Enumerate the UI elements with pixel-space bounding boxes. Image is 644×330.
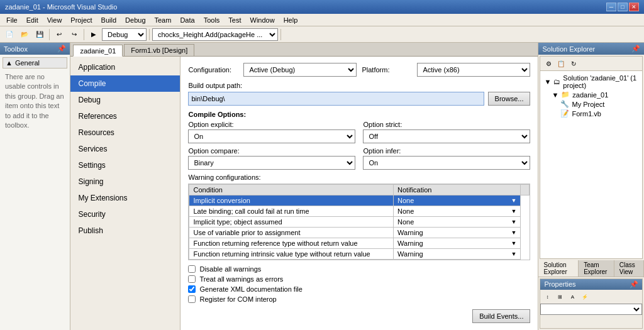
prop-alpha-btn[interactable]: A xyxy=(567,291,578,302)
notification-dropdown-arrow[interactable]: ▼ xyxy=(511,251,517,257)
build-path-input[interactable] xyxy=(188,92,484,106)
se-project-item[interactable]: ▼ 📁 zadanie_01 xyxy=(543,90,640,99)
option-explicit-select[interactable]: OnOff xyxy=(188,129,355,143)
tab-zadanie[interactable]: zadanie_01 xyxy=(73,45,123,57)
se-show-all-btn[interactable]: 📋 xyxy=(555,58,567,69)
minimize-button[interactable]: ─ xyxy=(606,3,616,11)
toolbar-save[interactable]: 💾 xyxy=(33,28,47,41)
se-properties-btn[interactable]: ⚙ xyxy=(543,58,554,69)
checkbox-generate-xml-input[interactable] xyxy=(188,285,196,293)
warning-table-row[interactable]: Late binding; call could fail at run tim… xyxy=(189,206,530,217)
prop-categorize-btn[interactable]: ⊞ xyxy=(554,291,565,302)
toolbar-sep-1 xyxy=(49,29,50,40)
toolbar-start[interactable]: ▶ xyxy=(87,28,101,41)
toolbox-title: Toolbox xyxy=(4,45,28,53)
notification-dropdown-arrow[interactable]: ▼ xyxy=(511,197,517,204)
se-tab-team-explorer[interactable]: Team Explorer xyxy=(579,260,614,277)
se-myproject-item[interactable]: 🔧 My Project xyxy=(543,99,640,109)
nav-references[interactable]: References xyxy=(70,108,180,124)
warning-notification-cell[interactable]: Warning ▼ xyxy=(394,228,521,238)
checkbox-treat-errors-input[interactable] xyxy=(188,275,196,283)
settings-panel: Configuration: Active (Debug) Debug Rele… xyxy=(180,57,538,330)
checkbox-disable-warnings-label: Disable all warnings xyxy=(199,265,261,273)
warning-table-row[interactable]: Implicit type; object assumed None ▼ xyxy=(189,217,530,228)
menu-window[interactable]: Window xyxy=(247,15,279,25)
notification-dropdown-arrow[interactable]: ▼ xyxy=(511,219,517,225)
nav-compile[interactable]: Compile xyxy=(70,75,180,92)
se-solution-item[interactable]: ▼ 🗂 Solution 'zadanie_01' (1 project) xyxy=(543,74,640,90)
menu-debug[interactable]: Debug xyxy=(121,15,149,25)
warning-notification-cell[interactable]: None ▼ xyxy=(394,206,521,217)
warning-notification-cell[interactable]: Warning ▼ xyxy=(394,238,521,249)
menu-project[interactable]: Project xyxy=(67,15,96,25)
nav-security[interactable]: Security xyxy=(70,206,180,223)
menu-view[interactable]: View xyxy=(43,15,66,25)
nav-services[interactable]: Services xyxy=(70,141,180,157)
toolbar-open[interactable]: 📂 xyxy=(18,28,31,41)
nav-signing[interactable]: Signing xyxy=(70,173,180,190)
checkbox-disable-warnings-input[interactable] xyxy=(188,265,196,273)
nav-application[interactable]: Application xyxy=(70,59,180,75)
option-compare-select[interactable]: BinaryText xyxy=(188,156,355,170)
se-form-icon: 📝 xyxy=(560,109,569,118)
checkbox-com-interop-input[interactable] xyxy=(188,295,196,303)
notification-dropdown-arrow[interactable]: ▼ xyxy=(511,229,517,236)
menu-build[interactable]: Build xyxy=(97,15,120,25)
menu-tools[interactable]: Tools xyxy=(200,15,224,25)
menu-help[interactable]: Help xyxy=(280,15,302,25)
warning-table-row[interactable]: Implicit conversion None ▼ xyxy=(189,195,530,206)
option-infer-label: Option infer: xyxy=(363,147,530,155)
toolbar-undo[interactable]: ↩ xyxy=(52,28,66,41)
nav-my-extensions[interactable]: My Extensions xyxy=(70,190,180,206)
option-infer-select[interactable]: OnOff xyxy=(363,156,530,170)
platform-label: Platform: xyxy=(362,66,412,74)
se-project-icon: 📁 xyxy=(561,91,570,99)
platform-select[interactable]: Active (x86) x86 x64 xyxy=(417,63,530,77)
nav-settings[interactable]: Settings xyxy=(70,157,180,173)
warning-notification-cell[interactable]: None ▼ xyxy=(394,217,521,228)
option-strict-select[interactable]: OffOn xyxy=(363,129,530,143)
checkbox-com-interop: Register for COM interop xyxy=(188,295,530,303)
menu-edit[interactable]: Edit xyxy=(23,15,42,25)
config-select[interactable]: Active (Debug) Debug Release xyxy=(243,63,357,77)
menu-data[interactable]: Data xyxy=(176,15,198,25)
warning-notification-cell[interactable]: None ▼ xyxy=(394,195,521,206)
checkbox-com-interop-label: Register for COM interop xyxy=(199,295,276,303)
browse-button[interactable]: Browse... xyxy=(488,92,531,106)
nav-resources[interactable]: Resources xyxy=(70,124,180,141)
se-tab-class-view[interactable]: Class View xyxy=(614,260,644,277)
warning-table-container: Condition Notification Implicit conversi… xyxy=(188,184,530,260)
nav-debug[interactable]: Debug xyxy=(70,92,180,108)
menu-file[interactable]: File xyxy=(3,15,21,25)
notification-dropdown-arrow[interactable]: ▼ xyxy=(511,208,517,214)
build-events-button[interactable]: Build Events... xyxy=(472,309,530,323)
properties-combo[interactable] xyxy=(540,304,642,315)
toolbar-new[interactable]: 📄 xyxy=(3,28,16,41)
se-project-label: zadanie_01 xyxy=(572,91,608,99)
se-tab-solution-explorer[interactable]: Solution Explorer xyxy=(538,260,579,277)
warning-condition-cell: Implicit type; object assumed xyxy=(189,217,394,228)
close-button[interactable]: ✕ xyxy=(629,3,639,11)
warning-notification-cell[interactable]: Warning ▼ xyxy=(394,249,521,260)
nav-publish[interactable]: Publish xyxy=(70,223,180,239)
build-path-combo[interactable]: chocks_Height.Add(packageHe ... xyxy=(152,28,278,41)
properties-pin-icon: 📌 xyxy=(630,280,638,289)
debug-mode-select[interactable]: Debug Release xyxy=(102,28,147,41)
option-strict-label: Option strict: xyxy=(363,121,530,128)
prop-events-btn[interactable]: ⚡ xyxy=(579,291,591,302)
checkbox-generate-xml-label: Generate XML documentation file xyxy=(199,285,302,293)
warning-table-row[interactable]: Use of variable prior to assignment Warn… xyxy=(189,228,530,238)
toolbox-general-section[interactable]: ▲ General xyxy=(3,57,67,69)
maximize-button[interactable]: □ xyxy=(618,3,628,11)
toolbar-redo[interactable]: ↪ xyxy=(67,28,81,41)
prop-sort-btn[interactable]: ↕ xyxy=(541,291,553,302)
se-refresh-btn[interactable]: ↻ xyxy=(568,58,579,69)
menu-test[interactable]: Test xyxy=(225,15,245,25)
notification-dropdown-arrow[interactable]: ▼ xyxy=(511,240,517,246)
se-form-item[interactable]: 📝 Form1.vb xyxy=(543,109,640,118)
warning-table-row[interactable]: Function returning intrinsic value type … xyxy=(189,249,530,260)
tab-form-design[interactable]: Form1.vb [Design] xyxy=(124,44,194,56)
menu-team[interactable]: Team xyxy=(151,15,175,25)
warning-table-row[interactable]: Function returning reference type withou… xyxy=(189,238,530,249)
warning-table: Condition Notification Implicit conversi… xyxy=(189,184,530,260)
